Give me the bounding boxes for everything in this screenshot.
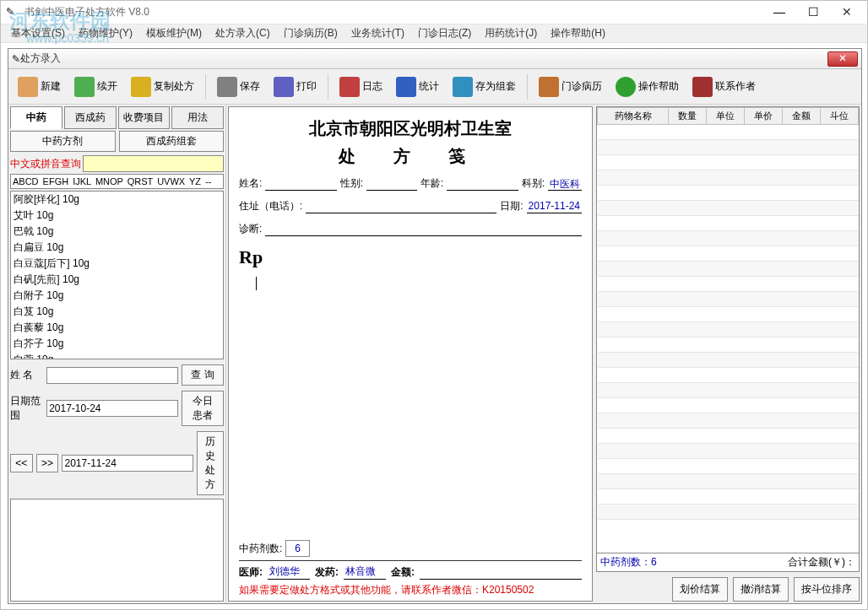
menu-rx-entry[interactable]: 处方录入(C) bbox=[209, 24, 277, 42]
table-row[interactable] bbox=[598, 429, 859, 444]
list-item[interactable]: 白芥子 10g bbox=[11, 336, 223, 352]
table-row[interactable] bbox=[598, 292, 859, 307]
table-row[interactable] bbox=[598, 186, 859, 201]
menu-log[interactable]: 门诊日志(Z) bbox=[411, 24, 478, 42]
table-row[interactable] bbox=[598, 231, 859, 246]
table-row[interactable] bbox=[598, 413, 859, 429]
table-row[interactable] bbox=[598, 337, 859, 353]
tb-contact[interactable]: 联系作者 bbox=[686, 73, 762, 100]
table-row[interactable] bbox=[598, 398, 859, 413]
table-row[interactable] bbox=[598, 155, 859, 170]
child-close-button[interactable]: ✕ bbox=[827, 51, 858, 67]
list-item[interactable]: 白蒺藜 10g bbox=[11, 320, 223, 336]
table-row[interactable] bbox=[598, 277, 859, 292]
sex-field[interactable] bbox=[366, 177, 417, 191]
history-rx-button[interactable]: 历史处方 bbox=[197, 431, 224, 495]
table-row[interactable] bbox=[598, 489, 859, 505]
menu-settings[interactable]: 基本设置(S) bbox=[4, 24, 72, 42]
today-patient-button[interactable]: 今日患者 bbox=[182, 391, 224, 426]
dose-value[interactable]: 6 bbox=[285, 540, 310, 557]
next-button[interactable]: >> bbox=[36, 454, 59, 472]
table-row[interactable] bbox=[598, 459, 859, 474]
medicine-grid[interactable]: 药物名称数量单位单价金额斗位 bbox=[596, 106, 860, 553]
history-list[interactable] bbox=[10, 499, 224, 602]
tb-log[interactable]: 日志 bbox=[334, 73, 388, 100]
rp-label: Rp bbox=[239, 246, 582, 268]
menu-meds[interactable]: 药物维护(Y) bbox=[72, 24, 139, 42]
maximize-button[interactable]: ☐ bbox=[798, 4, 828, 21]
tab-fees[interactable]: 收费项目 bbox=[118, 106, 171, 129]
list-item[interactable]: 白蔻 10g bbox=[11, 352, 223, 359]
list-item[interactable]: 艾叶 10g bbox=[11, 208, 223, 224]
table-row[interactable] bbox=[598, 216, 859, 231]
date-to-input[interactable] bbox=[62, 455, 193, 472]
tb-help[interactable]: 操作帮助 bbox=[610, 73, 685, 100]
table-row[interactable] bbox=[598, 322, 859, 337]
diag-field[interactable] bbox=[265, 223, 582, 236]
tb-print[interactable]: 打印 bbox=[268, 73, 323, 100]
child-window: ✎ 处方录入 ✕ 新建 续开 复制处方 保存 打印 日志 统计 存为组套 门诊病… bbox=[8, 48, 862, 604]
table-row[interactable] bbox=[598, 474, 859, 489]
table-row[interactable] bbox=[598, 201, 859, 216]
tb-copy[interactable]: 复制处方 bbox=[125, 73, 200, 100]
table-row[interactable] bbox=[598, 307, 859, 322]
tb-continue[interactable]: 续开 bbox=[68, 73, 123, 100]
table-row[interactable] bbox=[598, 140, 859, 155]
list-item[interactable]: 白扁豆 10g bbox=[11, 240, 223, 256]
menu-stats[interactable]: 业务统计(T) bbox=[344, 24, 411, 42]
tab-usage[interactable]: 用法 bbox=[171, 106, 224, 129]
menu-help[interactable]: 操作帮助(H) bbox=[544, 24, 612, 42]
list-item[interactable]: 白附子 10g bbox=[11, 288, 223, 304]
menu-templates[interactable]: 模板维护(M) bbox=[139, 24, 209, 42]
table-row[interactable] bbox=[598, 170, 859, 186]
tb-new[interactable]: 新建 bbox=[12, 73, 67, 100]
tb-records[interactable]: 门诊病历 bbox=[533, 73, 608, 100]
tb-saveset[interactable]: 存为组套 bbox=[447, 73, 522, 100]
sort-button[interactable]: 按斗位排序 bbox=[794, 577, 860, 602]
col-header[interactable]: 药物名称 bbox=[598, 108, 669, 125]
rx-cursor[interactable] bbox=[256, 277, 257, 290]
list-item[interactable]: 阿胶[烊化] 10g bbox=[11, 192, 223, 208]
col-header[interactable]: 数量 bbox=[669, 108, 707, 125]
query-button[interactable]: 查 询 bbox=[182, 364, 224, 386]
dept-field[interactable]: 中医科 bbox=[548, 177, 582, 191]
prev-button[interactable]: << bbox=[10, 454, 33, 472]
date-field[interactable]: 2017-11-24 bbox=[527, 200, 582, 213]
table-row[interactable] bbox=[598, 383, 859, 398]
settle-button[interactable]: 划价结算 bbox=[672, 577, 728, 602]
age-field[interactable] bbox=[447, 177, 518, 191]
table-row[interactable] bbox=[598, 262, 859, 277]
table-row[interactable] bbox=[598, 505, 859, 520]
tb-stats[interactable]: 统计 bbox=[390, 73, 445, 100]
btn-xicheng-set[interactable]: 西成药组套 bbox=[119, 131, 225, 152]
alpha-filter[interactable]: ABCD EFGH IJKL MNOP QRST UVWX YZ -- bbox=[10, 174, 224, 189]
table-row[interactable] bbox=[598, 353, 859, 368]
tab-zhongyao[interactable]: 中药 bbox=[10, 106, 62, 129]
date-from-input[interactable] bbox=[46, 400, 178, 417]
list-item[interactable]: 巴戟 10g bbox=[11, 224, 223, 240]
menu-drug-stats[interactable]: 用药统计(J) bbox=[478, 24, 544, 42]
medicine-list[interactable]: 阿胶[烊化] 10g艾叶 10g巴戟 10g白扁豆 10g白豆蔻[后下] 10g… bbox=[10, 191, 224, 359]
col-header[interactable]: 单位 bbox=[707, 108, 745, 125]
name-input[interactable] bbox=[46, 367, 178, 384]
col-header[interactable]: 单价 bbox=[745, 108, 783, 125]
table-row[interactable] bbox=[598, 444, 859, 459]
table-row[interactable] bbox=[598, 125, 859, 140]
tb-save[interactable]: 保存 bbox=[211, 73, 266, 100]
col-header[interactable]: 金额 bbox=[783, 108, 821, 125]
minimize-button[interactable]: — bbox=[764, 4, 795, 21]
search-input[interactable] bbox=[83, 155, 224, 172]
addr-field[interactable] bbox=[306, 200, 496, 213]
table-row[interactable] bbox=[598, 246, 859, 262]
list-item[interactable]: 白矾[先煎] 10g bbox=[11, 272, 223, 288]
tab-xichengyao[interactable]: 西成药 bbox=[64, 106, 117, 129]
table-row[interactable] bbox=[598, 368, 859, 383]
cancel-settle-button[interactable]: 撤消结算 bbox=[733, 577, 789, 602]
name-field[interactable] bbox=[265, 177, 336, 191]
close-button[interactable]: ✕ bbox=[832, 4, 862, 21]
menu-records[interactable]: 门诊病历(B) bbox=[277, 24, 344, 42]
col-header[interactable]: 斗位 bbox=[821, 108, 859, 125]
list-item[interactable]: 白豆蔻[后下] 10g bbox=[11, 256, 223, 272]
btn-zhongyao-formula[interactable]: 中药方剂 bbox=[10, 131, 116, 152]
list-item[interactable]: 白芨 10g bbox=[11, 304, 223, 320]
